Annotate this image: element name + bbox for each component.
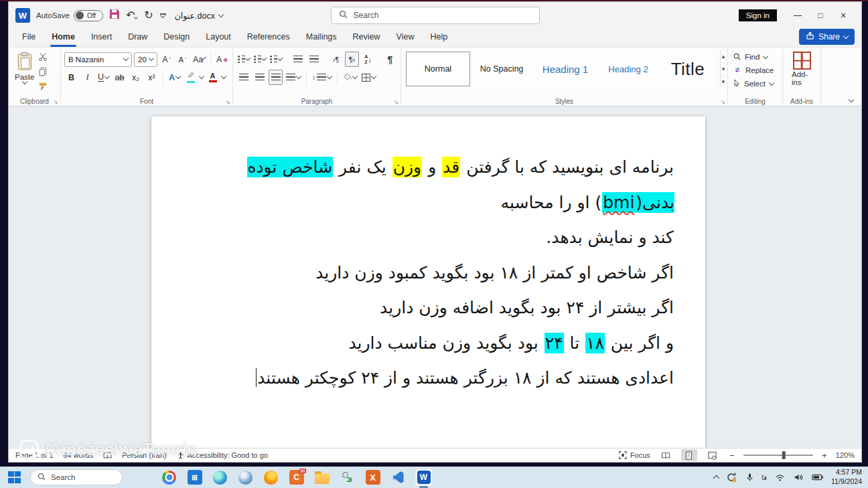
- styles-dialog-launcher-icon[interactable]: ↘: [720, 98, 725, 105]
- proofing-status[interactable]: [103, 452, 112, 459]
- search-input[interactable]: Search: [331, 7, 540, 24]
- tab-design[interactable]: Design: [155, 29, 198, 47]
- document-title[interactable]: عنوان.docx: [175, 11, 223, 21]
- sort-button[interactable]: AZ↓: [361, 52, 375, 67]
- autosave-toggle[interactable]: Off: [74, 10, 103, 21]
- decrease-indent-button[interactable]: [291, 52, 305, 67]
- taskbar-search-input[interactable]: Search: [30, 469, 123, 485]
- select-button[interactable]: Select: [731, 77, 779, 90]
- zoom-out-button[interactable]: −: [728, 451, 736, 461]
- font-dialog-launcher-icon[interactable]: ↘: [225, 98, 230, 105]
- tab-mailings[interactable]: Mailings: [298, 29, 345, 47]
- align-right-button[interactable]: [269, 70, 283, 85]
- styles-scroll-down-icon[interactable]: ▼: [721, 63, 726, 76]
- xampp-icon[interactable]: X: [364, 469, 381, 486]
- clear-formatting-button[interactable]: A◆: [215, 52, 229, 67]
- save-icon[interactable]: [109, 9, 120, 22]
- ltr-direction-button[interactable]: ›¶: [329, 52, 343, 67]
- tab-review[interactable]: Review: [345, 29, 388, 47]
- shrink-font-button[interactable]: Aˇ: [175, 52, 190, 67]
- zoom-slider[interactable]: [743, 455, 813, 456]
- share-button[interactable]: Share: [799, 29, 855, 45]
- focus-button[interactable]: Focus: [619, 451, 650, 459]
- vscode-icon[interactable]: [390, 469, 407, 486]
- subscript-button[interactable]: x₂: [129, 70, 143, 85]
- tab-insert[interactable]: Insert: [83, 29, 120, 47]
- numbering-button[interactable]: [252, 52, 267, 67]
- collapse-ribbon-icon[interactable]: [849, 97, 854, 102]
- multilevel-list-button[interactable]: [269, 52, 283, 67]
- minimize-button[interactable]: —: [786, 8, 809, 23]
- cut-icon[interactable]: [38, 52, 48, 64]
- utility-app-icon[interactable]: [339, 469, 356, 486]
- style-heading1[interactable]: Heading 1: [533, 52, 597, 86]
- font-color-button[interactable]: A: [206, 70, 220, 85]
- start-button[interactable]: [6, 469, 23, 486]
- zoom-in-button[interactable]: +: [820, 451, 828, 461]
- copy-icon[interactable]: [38, 67, 48, 79]
- read-mode-button[interactable]: [658, 449, 674, 461]
- paste-button[interactable]: Paste: [12, 50, 37, 94]
- addins-button[interactable]: Add-ins: [786, 50, 817, 86]
- align-center-button[interactable]: [252, 70, 267, 85]
- tab-help[interactable]: Help: [422, 29, 455, 47]
- tab-references[interactable]: References: [239, 29, 298, 47]
- style-normal[interactable]: Normal: [406, 52, 470, 86]
- accessibility-status[interactable]: Accessibility: Good to go: [177, 451, 268, 459]
- tray-language-indicator[interactable]: فا: [762, 474, 767, 481]
- style-title[interactable]: Title: [659, 52, 717, 86]
- microsoft-store-icon[interactable]: ⊞: [186, 469, 203, 486]
- bold-button[interactable]: B: [64, 70, 78, 85]
- tray-chevron-up-icon[interactable]: [713, 475, 720, 482]
- file-explorer-icon[interactable]: [313, 469, 330, 486]
- maximize-button[interactable]: □: [809, 8, 832, 23]
- change-case-button[interactable]: Aa: [192, 52, 206, 67]
- web-layout-button[interactable]: [705, 449, 721, 461]
- zoom-slider-thumb[interactable]: [782, 451, 786, 459]
- autosave-control[interactable]: AutoSave Off: [36, 10, 103, 21]
- page-indicator[interactable]: Page 1 of 1: [15, 451, 53, 459]
- sync-icon[interactable]: [725, 469, 737, 486]
- redo-icon[interactable]: ↻: [144, 10, 153, 21]
- styles-scroll-up-icon[interactable]: ▲: [721, 50, 726, 63]
- tab-home[interactable]: Home: [44, 29, 83, 47]
- edge-icon[interactable]: [212, 469, 228, 486]
- customize-qat-icon[interactable]: [160, 13, 166, 17]
- underline-button[interactable]: U: [96, 70, 111, 85]
- word-count[interactable]: 64 words: [63, 451, 93, 459]
- borders-button[interactable]: [360, 70, 377, 85]
- language-indicator[interactable]: Persian (Iran): [122, 451, 167, 459]
- microphone-icon[interactable]: [744, 469, 755, 486]
- rtl-direction-button[interactable]: ¶‹: [345, 52, 359, 67]
- italic-button[interactable]: I: [80, 70, 94, 85]
- align-left-button[interactable]: [236, 70, 250, 85]
- line-spacing-button[interactable]: ↕: [311, 70, 333, 85]
- battery-icon[interactable]: [811, 469, 824, 486]
- show-paragraph-marks-button[interactable]: ¶: [383, 52, 397, 67]
- strikethrough-button[interactable]: ab: [113, 70, 127, 85]
- grow-font-button[interactable]: Aˆ: [159, 52, 173, 67]
- styles-gallery-more-icon[interactable]: ▼: [721, 76, 726, 88]
- tab-draw[interactable]: Draw: [120, 29, 155, 47]
- style-no-spacing[interactable]: No Spacing: [472, 52, 532, 86]
- font-size-combobox[interactable]: 20: [134, 52, 157, 67]
- close-button[interactable]: ×: [832, 7, 855, 23]
- shading-button[interactable]: [342, 70, 358, 85]
- highlight-color-button[interactable]: [184, 70, 198, 85]
- print-layout-button[interactable]: [681, 449, 697, 461]
- find-button[interactable]: Find: [731, 50, 779, 64]
- firefox-icon[interactable]: [263, 469, 279, 486]
- bullets-button[interactable]: [236, 52, 250, 67]
- justify-button[interactable]: [285, 70, 302, 85]
- zoom-level[interactable]: 120%: [836, 451, 855, 459]
- speaker-icon[interactable]: [792, 469, 804, 486]
- chrome-icon[interactable]: [161, 469, 177, 486]
- clock[interactable]: 4:57 PM 11/9/2024: [831, 468, 862, 486]
- clipboard-dialog-launcher-icon[interactable]: ↘: [53, 98, 58, 105]
- word-taskbar-icon[interactable]: W: [415, 469, 432, 486]
- style-heading2[interactable]: Heading 2: [599, 52, 658, 86]
- word-app-icon[interactable]: W: [15, 8, 30, 23]
- tab-view[interactable]: View: [388, 29, 423, 47]
- document-canvas[interactable]: برنامه ای بنویسید که با گرفتن قد و وزن ی…: [9, 106, 861, 448]
- paragraph-dialog-launcher-icon[interactable]: ↘: [393, 98, 399, 105]
